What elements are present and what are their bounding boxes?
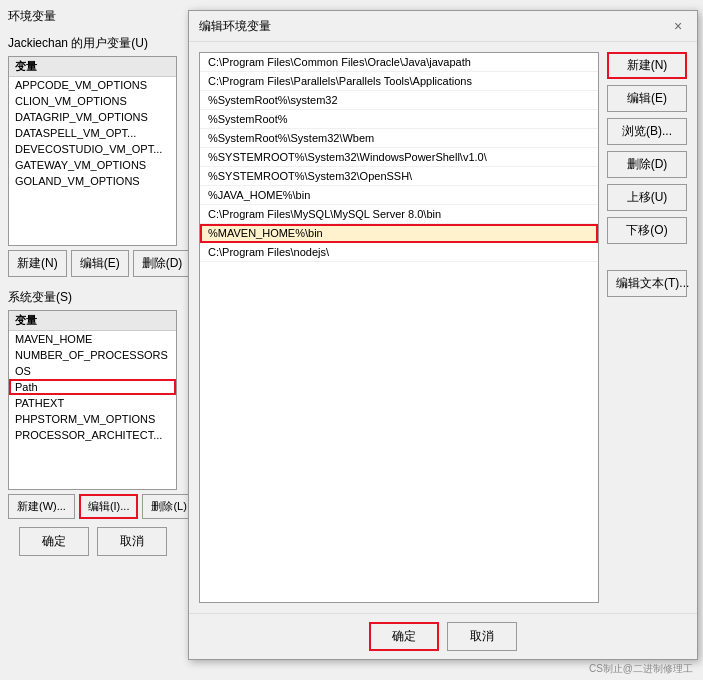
- path-entry[interactable]: C:\Program Files\nodejs\: [200, 243, 598, 262]
- main-cancel-button[interactable]: 取消: [97, 527, 167, 556]
- env-panel: 环境变量 Jackiechan 的用户变量(U) 变量 APPCODE_VM_O…: [0, 0, 185, 680]
- maven-home-path-entry[interactable]: %MAVEN_HOME%\bin: [200, 224, 598, 243]
- sys-new-button[interactable]: 新建(W)...: [8, 494, 75, 519]
- dialog-titlebar: 编辑环境变量 ×: [189, 11, 697, 42]
- user-new-button[interactable]: 新建(N): [8, 250, 67, 277]
- main-ok-cancel-row: 确定 取消: [8, 527, 177, 556]
- dialog-new-button[interactable]: 新建(N): [607, 52, 687, 79]
- list-item[interactable]: OS: [9, 363, 176, 379]
- list-item[interactable]: PROCESSOR_ARCHITECT...: [9, 427, 176, 443]
- dialog-footer: 确定 取消: [189, 613, 697, 659]
- list-item[interactable]: DEVECOSTUDIO_VM_OPT...: [9, 141, 176, 157]
- dialog-browse-button[interactable]: 浏览(B)...: [607, 118, 687, 145]
- user-list-header: 变量: [9, 57, 176, 77]
- path-entry[interactable]: %SYSTEMROOT%\System32\OpenSSH\: [200, 167, 598, 186]
- list-item[interactable]: CLION_VM_OPTIONS: [9, 93, 176, 109]
- list-item[interactable]: DATASPELL_VM_OPT...: [9, 125, 176, 141]
- user-variables-list: 变量 APPCODE_VM_OPTIONS CLION_VM_OPTIONS D…: [8, 56, 177, 246]
- dialog-close-button[interactable]: ×: [669, 17, 687, 35]
- list-item[interactable]: GATEWAY_VM_OPTIONS: [9, 157, 176, 173]
- sys-edit-button[interactable]: 编辑(I)...: [79, 494, 139, 519]
- list-item[interactable]: GOLAND_VM_OPTIONS: [9, 173, 176, 189]
- list-item[interactable]: PATHEXT: [9, 395, 176, 411]
- dialog-action-buttons: 新建(N) 编辑(E) 浏览(B)... 删除(D) 上移(U) 下移(O) 编…: [607, 52, 687, 603]
- list-item[interactable]: MAVEN_HOME: [9, 331, 176, 347]
- edit-env-dialog: 编辑环境变量 × C:\Program Files\Common Files\O…: [188, 10, 698, 660]
- user-edit-button[interactable]: 编辑(E): [71, 250, 129, 277]
- path-entry[interactable]: C:\Program Files\Parallels\Parallels Too…: [200, 72, 598, 91]
- path-list-item[interactable]: Path: [9, 379, 176, 395]
- list-item[interactable]: NUMBER_OF_PROCESSORS: [9, 347, 176, 363]
- dialog-content: C:\Program Files\Common Files\Oracle\Jav…: [189, 42, 697, 613]
- dialog-ok-button[interactable]: 确定: [369, 622, 439, 651]
- dialog-title: 编辑环境变量: [199, 18, 271, 35]
- dialog-cancel-button[interactable]: 取消: [447, 622, 517, 651]
- path-entry[interactable]: %SystemRoot%\system32: [200, 91, 598, 110]
- path-list[interactable]: C:\Program Files\Common Files\Oracle\Jav…: [199, 52, 599, 603]
- main-ok-button[interactable]: 确定: [19, 527, 89, 556]
- sys-btn-row: 新建(W)... 编辑(I)... 删除(L): [8, 494, 177, 519]
- list-item[interactable]: PHPSTORM_VM_OPTIONS: [9, 411, 176, 427]
- path-entry[interactable]: C:\Program Files\MySQL\MySQL Server 8.0\…: [200, 205, 598, 224]
- user-delete-button[interactable]: 删除(D): [133, 250, 192, 277]
- sys-list-header: 变量: [9, 311, 176, 331]
- sys-variables-list: 变量 MAVEN_HOME NUMBER_OF_PROCESSORS OS Pa…: [8, 310, 177, 490]
- user-btn-row: 新建(N) 编辑(E) 删除(D): [8, 250, 177, 277]
- path-entry[interactable]: %SYSTEMROOT%\System32\WindowsPowerShell\…: [200, 148, 598, 167]
- sys-section-label: 系统变量(S): [8, 289, 177, 306]
- watermark: CS制止@二进制修理工: [589, 662, 693, 676]
- path-list-container: C:\Program Files\Common Files\Oracle\Jav…: [199, 52, 599, 603]
- dialog-edit-text-button[interactable]: 编辑文本(T)...: [607, 270, 687, 297]
- dialog-move-up-button[interactable]: 上移(U): [607, 184, 687, 211]
- env-panel-title: 环境变量: [8, 8, 177, 25]
- list-item[interactable]: DATAGRIP_VM_OPTIONS: [9, 109, 176, 125]
- user-section-label: Jackiechan 的用户变量(U): [8, 35, 177, 52]
- list-item[interactable]: APPCODE_VM_OPTIONS: [9, 77, 176, 93]
- path-entry[interactable]: %SystemRoot%\System32\Wbem: [200, 129, 598, 148]
- dialog-move-down-button[interactable]: 下移(O): [607, 217, 687, 244]
- dialog-edit-button[interactable]: 编辑(E): [607, 85, 687, 112]
- path-entry[interactable]: C:\Program Files\Common Files\Oracle\Jav…: [200, 53, 598, 72]
- path-entry[interactable]: %JAVA_HOME%\bin: [200, 186, 598, 205]
- dialog-delete-button[interactable]: 删除(D): [607, 151, 687, 178]
- path-entry[interactable]: %SystemRoot%: [200, 110, 598, 129]
